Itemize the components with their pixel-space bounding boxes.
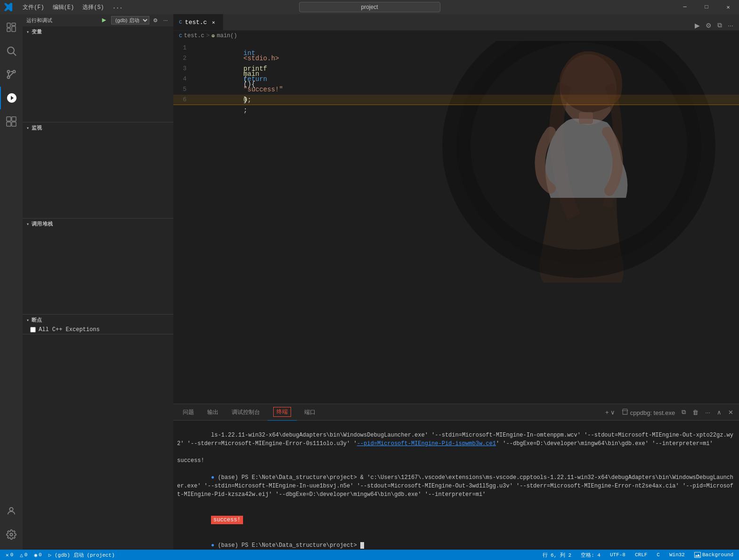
- svg-rect-9: [7, 117, 11, 121]
- line-num-5: 5: [173, 84, 192, 95]
- callstack-section-header[interactable]: ▾ 调用堆栈: [23, 219, 173, 229]
- cursor: [360, 542, 364, 549]
- status-spaces[interactable]: 空格: 4: [579, 550, 602, 560]
- cpp-exceptions-label: All C++ Exceptions: [39, 326, 100, 333]
- encoding-label: UTF-8: [610, 552, 625, 558]
- breakpoint-item: All C++ Exceptions: [23, 325, 173, 334]
- warning-icon: △: [20, 552, 23, 558]
- status-position[interactable]: 行 6, 列 2: [541, 550, 574, 560]
- svg-rect-11: [7, 122, 11, 126]
- panel-more-button[interactable]: ···: [703, 408, 712, 417]
- panel-tab-problems[interactable]: 问题: [177, 404, 200, 421]
- svg-point-14: [10, 533, 13, 536]
- line-num-6: 6: [173, 95, 192, 105]
- editor-settings-button[interactable]: ⚙: [704, 21, 714, 30]
- code-line-5: 5 return 0 ;: [173, 84, 739, 95]
- debug-more-button[interactable]: ···: [162, 16, 170, 24]
- new-terminal-button[interactable]: + ∨: [603, 408, 617, 417]
- sidebar-item-run-debug[interactable]: [0, 87, 23, 109]
- panel-tab-ports[interactable]: 端口: [299, 404, 321, 421]
- svg-point-8: [8, 76, 10, 79]
- panel-tab-bar: 问题 输出 调试控制台 终端 端口 + ∨: [173, 404, 739, 421]
- background-icon: [694, 552, 701, 558]
- vscode-logo: [4, 2, 13, 12]
- terminal-link-1[interactable]: --pid=Microsoft-MIEngine-Pid-ispwmb3w.ce…: [357, 440, 496, 447]
- svg-rect-12: [12, 122, 16, 126]
- configure-terminal-button[interactable]: cppdbg: test.exe: [620, 407, 677, 417]
- split-terminal-button[interactable]: ⧉: [680, 407, 688, 417]
- panel-tab-terminal[interactable]: 终端: [268, 404, 297, 421]
- accounts-button[interactable]: [0, 500, 23, 522]
- panel-tab-debug-console[interactable]: 调试控制台: [226, 404, 266, 421]
- line-ending-label: CRLF: [635, 552, 647, 558]
- svg-rect-0: [7, 23, 10, 27]
- terminal-tab-label: 终端: [273, 407, 291, 417]
- panel-close-button[interactable]: ✕: [726, 408, 735, 417]
- watch-section-header[interactable]: ▾ 监视: [23, 122, 173, 133]
- menu-more[interactable]: ...: [109, 2, 127, 12]
- debug-toolbar-title: 运行和调试: [26, 17, 97, 24]
- terminal-line-success-1: success!: [177, 456, 735, 465]
- kill-terminal-button[interactable]: 🗑: [690, 408, 700, 417]
- maximize-button[interactable]: □: [696, 0, 717, 14]
- launch-config-select[interactable]: (gdb) 启动: [111, 16, 149, 24]
- status-info-count[interactable]: ◉ 0: [32, 550, 43, 560]
- code-editor[interactable]: 1 #include <stdio.h> 2 3 int: [173, 41, 739, 404]
- status-language[interactable]: C: [655, 550, 662, 560]
- status-warning-count[interactable]: △ 0: [18, 550, 29, 560]
- cpp-exceptions-checkbox[interactable]: [30, 327, 36, 333]
- svg-rect-3: [12, 26, 16, 32]
- sidebar-item-explorer[interactable]: [0, 16, 23, 39]
- sidebar-item-search[interactable]: [0, 40, 23, 62]
- title-bar-search[interactable]: [299, 2, 440, 12]
- status-bar-left: ✕ 0 △ 0 ◉ 0 ▷ (gdb) 启动 (project): [4, 550, 117, 560]
- title-bar-left: 文件(F) 编辑(E) 选择(S) ...: [0, 2, 126, 13]
- settings-button[interactable]: [0, 523, 23, 546]
- breadcrumb-file[interactable]: test.c: [184, 32, 204, 39]
- panel-tab-output[interactable]: 输出: [202, 404, 224, 421]
- breadcrumb: C test.c > ⊕ main(): [173, 31, 739, 41]
- svg-line-5: [14, 53, 16, 56]
- os-label: Win32: [669, 552, 685, 558]
- terminal-line-success-2: success!: [177, 507, 735, 533]
- sidebar-item-extensions[interactable]: [0, 110, 23, 133]
- status-background[interactable]: Background: [692, 550, 735, 560]
- editor-tab-test-c[interactable]: C test.c ✕: [173, 14, 223, 30]
- line-content-6: }: [192, 84, 247, 115]
- c-file-icon: C: [179, 19, 182, 25]
- editor-more-button[interactable]: ···: [726, 21, 735, 30]
- status-debug-session[interactable]: ▷ (gdb) 启动 (project): [47, 550, 117, 560]
- status-line-ending[interactable]: CRLF: [633, 550, 649, 560]
- run-code-button[interactable]: ▶: [693, 21, 702, 30]
- editor-tab-bar: C test.c ✕ ▶ ⚙ ⧉ ···: [173, 14, 739, 31]
- menu-file[interactable]: 文件(F): [19, 2, 48, 13]
- status-encoding[interactable]: UTF-8: [608, 550, 627, 560]
- success-highlight: success!: [211, 516, 243, 524]
- close-button[interactable]: ✕: [717, 0, 739, 14]
- warning-count-value: 0: [24, 552, 28, 558]
- error-icon: ✕: [6, 552, 9, 558]
- run-debug-button[interactable]: [99, 16, 109, 24]
- split-editor-button[interactable]: ⧉: [715, 20, 724, 30]
- status-os[interactable]: Win32: [667, 550, 687, 560]
- panel-expand-button[interactable]: ∧: [715, 408, 723, 417]
- variables-section-header[interactable]: ▾ 变量: [23, 26, 173, 37]
- minimize-button[interactable]: ─: [674, 0, 696, 14]
- bottom-panel: 问题 输出 调试控制台 终端 端口 + ∨: [173, 404, 739, 550]
- terminal-content[interactable]: ls-1.22.11-win32-x64\debugAdapters\bin\W…: [173, 421, 739, 550]
- watch-chevron: ▾: [26, 125, 30, 131]
- title-search-input[interactable]: [304, 4, 435, 10]
- tab-close-button[interactable]: ✕: [210, 18, 217, 26]
- breakpoints-section-header[interactable]: ▾ 断点: [23, 315, 173, 325]
- sidebar-item-source-control[interactable]: [0, 63, 23, 86]
- status-error-count[interactable]: ✕ 0: [4, 550, 15, 560]
- breadcrumb-symbol[interactable]: main(): [217, 32, 237, 39]
- blue-dot-2: ●: [211, 542, 214, 549]
- line-num-3: 3: [173, 64, 192, 74]
- svg-point-6: [8, 71, 10, 73]
- breadcrumb-sep1: >: [206, 32, 210, 39]
- menu-select[interactable]: 选择(S): [79, 2, 108, 13]
- callstack-section: ▾ 调用堆栈: [23, 219, 173, 315]
- menu-edit[interactable]: 编辑(E): [49, 2, 78, 13]
- debug-settings-button[interactable]: ⚙: [151, 16, 160, 24]
